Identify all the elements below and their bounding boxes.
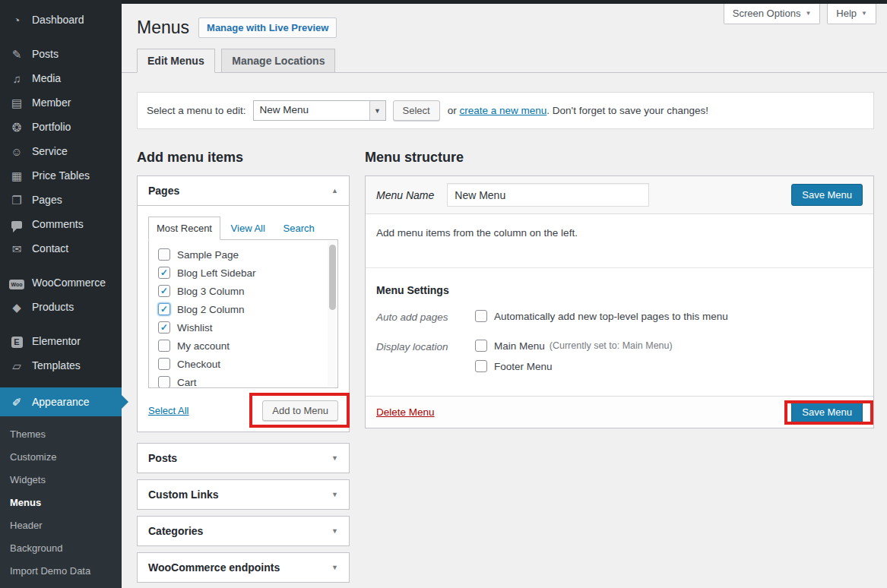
pages-icon: ❐ [8, 194, 25, 206]
menu-select-dropdown[interactable]: New Menu ▼ [253, 100, 386, 121]
checkbox[interactable]: ✓ [158, 340, 170, 352]
pages-panel-body: Most Recent View All Search ✓Sample Page… [138, 205, 349, 432]
folder-icon: ▱ [8, 360, 25, 371]
sidebar-item-comments[interactable]: Comments [0, 212, 122, 236]
menu-select-value: New Menu [254, 101, 369, 120]
accordion-posts[interactable]: Posts▼ [137, 443, 350, 473]
empty-menu-hint: Add menu items from the column on the le… [366, 214, 873, 268]
menu-edit-panel: Menu Name Save Menu Add menu items from … [365, 175, 874, 428]
sidebar-item-label: Elementor [32, 335, 81, 347]
nav-tabs: Edit Menus Manage Locations [122, 49, 887, 73]
id-card-icon: ▤ [8, 97, 25, 109]
auto-add-pages-row: Auto add pages ✓ Automatically add new t… [376, 310, 863, 330]
chevron-down-icon[interactable]: ▼ [369, 101, 385, 120]
footer-menu-checkbox[interactable]: ✓ [475, 360, 487, 372]
menu-settings-heading: Menu Settings [376, 284, 863, 296]
sidebar-item-service[interactable]: ☺Service [0, 139, 122, 163]
delete-menu-link[interactable]: Delete Menu [376, 406, 435, 418]
sidebar-item-elementor[interactable]: EElementor [0, 329, 122, 353]
menu-name-input[interactable] [447, 183, 649, 207]
page-checkbox-row: ✓Cart [149, 373, 337, 388]
check-icon: ✓ [160, 286, 168, 296]
manage-with-live-preview-button[interactable]: Manage with Live Preview [198, 17, 337, 38]
tab-edit-menus[interactable]: Edit Menus [137, 49, 215, 73]
sidebar-item-templates[interactable]: ▱Templates [0, 353, 122, 378]
save-changes-hint: . Don't forget to save your changes! [546, 105, 708, 116]
help-button[interactable]: Help▼ [827, 4, 876, 24]
menu-structure-column: Menu structure Menu Name Save Menu Add m… [365, 129, 874, 428]
accordion-woocommerce-endpoints[interactable]: WooCommerce endpoints▼ [137, 552, 350, 583]
pages-panel: Pages ▲ Most Recent View All Search ✓Sam… [137, 175, 350, 432]
auto-add-option-label: Automatically add new top-level pages to… [494, 311, 728, 322]
main-menu-checkbox[interactable]: ✓ [475, 340, 487, 352]
page-checkbox-row: ✓Checkout [149, 355, 337, 373]
pages-panel-header[interactable]: Pages ▲ [138, 176, 349, 205]
sidebar-item-label: Templates [32, 359, 81, 371]
accordion-label: Categories [148, 525, 203, 537]
checkbox[interactable]: ✓ [158, 321, 170, 334]
sidebar-item-label: Pages [32, 194, 62, 206]
submenu-item-themes[interactable]: Themes [0, 422, 122, 445]
submenu-item-header[interactable]: Header [0, 514, 122, 536]
checkbox[interactable]: ✓ [158, 303, 170, 315]
page-checkbox-row: ✓My account [149, 337, 337, 355]
pages-panel-title: Pages [148, 185, 179, 197]
smiley-icon: ☺ [8, 146, 25, 157]
screen-meta-links: Screen Options▼ Help▼ [717, 4, 876, 24]
tab-most-recent[interactable]: Most Recent [148, 217, 220, 240]
select-button[interactable]: Select [393, 100, 440, 121]
checkbox[interactable]: ✓ [158, 376, 170, 388]
sidebar-item-portfolio[interactable]: ❂Portfolio [0, 115, 122, 139]
footer-menu-option: ✓ Footer Menu [475, 360, 673, 372]
select-all-link[interactable]: Select All [148, 405, 188, 416]
scrollbar-thumb[interactable] [329, 245, 336, 310]
page-checkbox-row: ✓Blog 3 Column [149, 282, 337, 300]
screen-options-label: Screen Options [733, 8, 801, 19]
sidebar-item-price-tables[interactable]: ▦Price Tables [0, 163, 122, 188]
sidebar-item-products[interactable]: ◆Products [0, 295, 122, 319]
sidebar-item-posts[interactable]: ✎Posts [0, 42, 122, 66]
checkbox[interactable]: ✓ [158, 267, 170, 279]
auto-add-checkbox[interactable]: ✓ [475, 310, 487, 322]
select-menu-label: Select a menu to edit: [147, 105, 246, 116]
tab-manage-locations[interactable]: Manage Locations [221, 49, 335, 73]
sidebar-item-member[interactable]: ▤Member [0, 90, 122, 115]
check-icon: ✓ [160, 268, 168, 277]
sidebar-item-contact[interactable]: ✉Contact [0, 236, 122, 261]
page-checkbox-row: ✓Sample Page [149, 245, 337, 264]
sidebar-item-label: Contact [32, 242, 68, 254]
checkbox[interactable]: ✓ [158, 248, 170, 261]
chevron-up-icon[interactable]: ▲ [331, 187, 338, 194]
page-item-label: Cart [177, 377, 197, 388]
submenu-item-widgets[interactable]: Widgets [0, 468, 122, 491]
page-checkbox-row: ✓Blog Left Sidebar [149, 264, 337, 282]
admin-sidebar: ◔Dashboard ✎Posts ♫Media ▤Member ❂Portfo… [0, 0, 122, 588]
page-item-label: Wishlist [177, 322, 213, 334]
accordion-custom-links[interactable]: Custom Links▼ [137, 479, 350, 510]
sidebar-item-pages[interactable]: ❐Pages [0, 188, 122, 212]
sidebar-item-dashboard[interactable]: ◔Dashboard [0, 8, 122, 32]
check-icon: ✓ [160, 305, 168, 314]
sidebar-item-woocommerce[interactable]: WooWooCommerce [0, 270, 122, 295]
submenu-item-background[interactable]: Background [0, 536, 122, 559]
screen-options-button[interactable]: Screen Options▼ [724, 4, 821, 24]
sidebar-item-appearance[interactable]: ✐Appearance [0, 387, 122, 416]
submenu-item-customize[interactable]: Customize [0, 445, 122, 468]
tab-view-all[interactable]: View All [223, 217, 273, 239]
add-to-menu-button[interactable]: Add to Menu [262, 400, 338, 421]
submenu-item-import-demo-data[interactable]: Import Demo Data [0, 559, 122, 582]
tab-search[interactable]: Search [276, 217, 322, 239]
save-menu-button-bottom[interactable]: Save Menu [791, 401, 863, 423]
create-new-menu-link[interactable]: create a new menu [460, 105, 547, 116]
sidebar-item-label: Service [32, 145, 68, 157]
sidebar-item-media[interactable]: ♫Media [0, 66, 122, 90]
save-menu-button-top[interactable]: Save Menu [791, 184, 863, 206]
sidebar-item-label: WooCommerce [32, 277, 106, 289]
accordion-categories[interactable]: Categories▼ [137, 516, 350, 546]
chevron-down-icon: ▼ [805, 10, 811, 17]
create-menu-text: or create a new menu. Don't forget to sa… [448, 105, 708, 116]
checkbox[interactable]: ✓ [158, 358, 170, 370]
checkbox[interactable]: ✓ [158, 285, 170, 297]
submenu-item-menus[interactable]: Menus [0, 491, 122, 514]
page-item-label: Checkout [177, 359, 220, 370]
